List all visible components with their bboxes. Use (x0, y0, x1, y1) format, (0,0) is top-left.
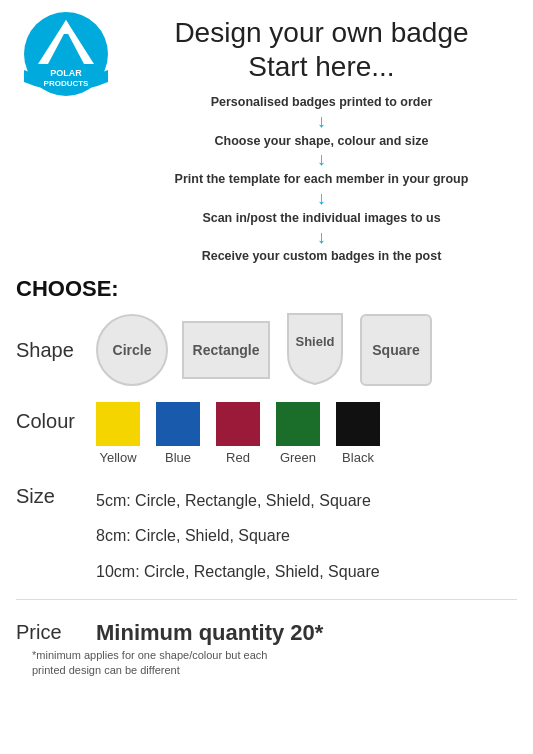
circle-shape[interactable]: Circle (96, 314, 168, 386)
svg-rect-8 (156, 402, 200, 446)
divider (16, 599, 517, 600)
arrow-icon-1: ↓ (126, 112, 517, 132)
header-title-block: Design your own badge Start here... Pers… (116, 12, 517, 266)
colour-item-green[interactable]: Green (276, 402, 320, 465)
arrow-icon-4: ↓ (126, 228, 517, 248)
step-2: Choose your shape, colour and size (126, 132, 517, 151)
shape-section-title: Shape (16, 339, 96, 362)
red-label: Red (226, 450, 250, 465)
shield-shape[interactable]: Shield (284, 310, 346, 390)
shape-item-rectangle[interactable]: Rectangle (182, 321, 270, 379)
colour-item-blue[interactable]: Blue (156, 402, 200, 465)
square-shape[interactable]: Square (360, 314, 432, 386)
step-4: Scan in/post the individual images to us (126, 209, 517, 228)
colour-item-yellow[interactable]: Yellow (96, 402, 140, 465)
step-3: Print the template for each member in yo… (126, 170, 517, 189)
svg-text:Shield: Shield (295, 334, 334, 349)
black-swatch[interactable] (336, 402, 380, 446)
header: POLAR PRODUCTS Design your own badge Sta… (0, 0, 533, 266)
red-swatch[interactable] (216, 402, 260, 446)
size-line-5cm: 5cm: Circle, Rectangle, Shield, Square (96, 483, 517, 518)
yellow-swatch[interactable] (96, 402, 140, 446)
svg-rect-10 (276, 402, 320, 446)
main-content: CHOOSE: Shape Circle Rectangle Shield (0, 276, 533, 646)
choose-heading: CHOOSE: (16, 276, 517, 302)
yellow-label: Yellow (99, 450, 136, 465)
shape-item-square[interactable]: Square (360, 314, 432, 386)
colours-container: Yellow Blue Red Green Black (96, 402, 380, 465)
green-label: Green (280, 450, 316, 465)
size-section: Size 5cm: Circle, Rectangle, Shield, Squ… (16, 483, 517, 589)
size-details: 5cm: Circle, Rectangle, Shield, Square 8… (96, 483, 517, 589)
colour-section-title: Colour (16, 402, 96, 433)
colour-item-red[interactable]: Red (216, 402, 260, 465)
svg-rect-7 (96, 402, 140, 446)
arrow-icon-2: ↓ (126, 150, 517, 170)
colour-item-black[interactable]: Black (336, 402, 380, 465)
shape-item-shield[interactable]: Shield (284, 310, 346, 390)
svg-rect-11 (336, 402, 380, 446)
rectangle-shape[interactable]: Rectangle (182, 321, 270, 379)
footnote: *minimum applies for one shape/colour bu… (32, 648, 532, 679)
price-section: Price Minimum quantity 20* (16, 620, 517, 646)
step-5: Receive your custom badges in the post (126, 247, 517, 266)
size-line-10cm: 10cm: Circle, Rectangle, Shield, Square (96, 554, 517, 589)
green-swatch[interactable] (276, 402, 320, 446)
shapes-container: Circle Rectangle Shield Square (96, 310, 432, 390)
step-1: Personalised badges printed to order (126, 93, 517, 112)
size-section-title: Size (16, 483, 96, 508)
logo: POLAR PRODUCTS (16, 12, 116, 107)
svg-rect-9 (216, 402, 260, 446)
shape-item-circle[interactable]: Circle (96, 314, 168, 386)
steps-list: Personalised badges printed to order ↓ C… (126, 93, 517, 266)
colour-section-row: Colour Yellow Blue Red Green Black (16, 402, 517, 465)
black-label: Black (342, 450, 374, 465)
blue-label: Blue (165, 450, 191, 465)
shape-section-row: Shape Circle Rectangle Shield (16, 310, 517, 390)
price-section-title: Price (16, 621, 96, 644)
svg-text:PRODUCTS: PRODUCTS (44, 79, 90, 88)
page-title: Design your own badge Start here... (126, 16, 517, 83)
svg-text:POLAR: POLAR (50, 68, 82, 78)
size-line-8cm: 8cm: Circle, Shield, Square (96, 518, 517, 553)
blue-swatch[interactable] (156, 402, 200, 446)
price-value: Minimum quantity 20* (96, 620, 323, 646)
arrow-icon-3: ↓ (126, 189, 517, 209)
